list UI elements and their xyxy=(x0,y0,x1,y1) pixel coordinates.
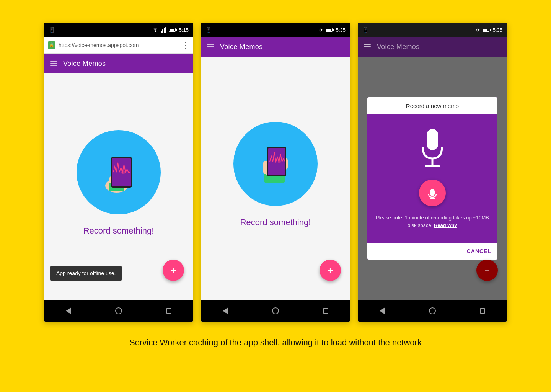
app-toolbar-1: Voice Memos xyxy=(44,54,193,74)
hamburger-icon-1[interactable] xyxy=(50,61,57,66)
hamburger-icon-3[interactable] xyxy=(364,44,371,49)
snackbar: App ready for offline use. xyxy=(50,266,122,281)
battery-icon-1 xyxy=(169,28,177,32)
battery-icon-2 xyxy=(326,28,334,32)
phone-content-2: Record something! + xyxy=(201,57,350,300)
svg-rect-18 xyxy=(430,189,435,196)
svg-point-14 xyxy=(278,160,281,163)
back-button-1[interactable] xyxy=(66,307,71,314)
mic-btn-icon xyxy=(426,187,439,199)
phone-3: 📱 ✈ 5:35 Voice Memos Record a new memo xyxy=(358,23,507,322)
home-button-3[interactable] xyxy=(429,307,436,314)
app-toolbar-3: Voice Memos xyxy=(358,37,507,57)
airplane-icon-2: ✈ xyxy=(319,27,323,33)
phone-1: 📱 xyxy=(44,23,193,322)
status-bar-3: 📱 ✈ 5:35 xyxy=(358,23,507,37)
app-title-1: Voice Memos xyxy=(63,60,106,68)
phone-content-overlay: Record a new memo xyxy=(358,57,507,300)
fab-1[interactable]: + xyxy=(163,260,184,281)
phone-hand-svg-1 xyxy=(88,142,149,203)
record-text-2: Record something! xyxy=(240,217,311,227)
recent-button-2[interactable] xyxy=(323,308,328,314)
phones-row: 📱 xyxy=(44,23,507,322)
microphone-icon xyxy=(415,126,450,172)
app-title-3: Voice Memos xyxy=(377,43,419,51)
status-bar-1: 📱 xyxy=(44,23,193,37)
hamburger-icon-2[interactable] xyxy=(207,44,214,49)
nav-bar-1 xyxy=(44,300,193,322)
phone-icon-2: 📱 xyxy=(205,27,212,33)
phone-icon-1: 📱 xyxy=(49,27,55,33)
snackbar-text: App ready for offline use. xyxy=(56,270,116,276)
dialog-title-bar: Record a new memo xyxy=(367,97,497,114)
dialog-title-text: Record a new memo xyxy=(406,103,459,109)
app-title-2: Voice Memos xyxy=(220,43,262,51)
phone-content-1: Record something! App ready for offline … xyxy=(44,74,193,300)
app-toolbar-2: Voice Memos xyxy=(201,37,350,57)
phone-2: 📱 ✈ 5:35 Voice Memos xyxy=(201,23,350,322)
status-bar-2: 📱 ✈ 5:35 xyxy=(201,23,350,37)
home-button-2[interactable] xyxy=(272,307,279,314)
fab-icon-1: + xyxy=(170,265,176,276)
back-button-3[interactable] xyxy=(380,307,385,314)
cancel-button[interactable]: CANCEL xyxy=(467,248,491,254)
nav-bar-2 xyxy=(201,300,350,322)
battery-icon-3 xyxy=(483,28,491,32)
caption: Service Worker caching of the app shell,… xyxy=(129,337,422,349)
phone-hand-svg-2 xyxy=(245,133,306,194)
secure-icon: 🔒 xyxy=(48,41,55,49)
nav-bar-3 xyxy=(358,300,507,322)
url-menu-icon[interactable]: ⋮ xyxy=(182,41,189,50)
phone-icon-3: 📱 xyxy=(362,27,369,33)
time-2: 5:35 xyxy=(336,27,346,33)
url-bar[interactable]: 🔒 https://voice-memos.appspot.com ⋮ xyxy=(44,37,193,54)
record-text-1: Record something! xyxy=(83,226,154,236)
fab-2[interactable]: + xyxy=(320,260,341,281)
record-button[interactable] xyxy=(419,180,446,206)
read-why-link[interactable]: Read why xyxy=(434,222,457,228)
fab-3[interactable]: + xyxy=(476,260,498,281)
record-dialog: Record a new memo xyxy=(367,97,497,260)
illustration-circle-1 xyxy=(77,130,161,214)
time-1: 5:15 xyxy=(179,27,189,33)
fab-icon-3: + xyxy=(484,266,490,275)
svg-rect-13 xyxy=(268,148,285,175)
wifi-icon-1 xyxy=(152,28,158,32)
url-text: https://voice-memos.appspot.com xyxy=(59,42,179,48)
dialog-actions: CANCEL xyxy=(367,243,497,260)
recent-button-1[interactable] xyxy=(166,308,171,314)
home-button-1[interactable] xyxy=(115,307,122,314)
airplane-icon-3: ✈ xyxy=(476,27,480,33)
svg-point-7 xyxy=(121,170,125,174)
time-3: 5:35 xyxy=(493,27,502,33)
recent-button-3[interactable] xyxy=(480,308,485,314)
signal-icon-1 xyxy=(161,27,166,33)
dialog-body: Please note: 1 minute of recording takes… xyxy=(367,114,497,243)
svg-rect-15 xyxy=(427,129,438,150)
illustration-circle-2 xyxy=(233,122,318,206)
fab-icon-2: + xyxy=(327,265,333,276)
back-button-2[interactable] xyxy=(223,307,228,314)
dialog-note-text: Please note: 1 minute of recording takes… xyxy=(375,214,490,229)
svg-point-0 xyxy=(155,31,155,32)
